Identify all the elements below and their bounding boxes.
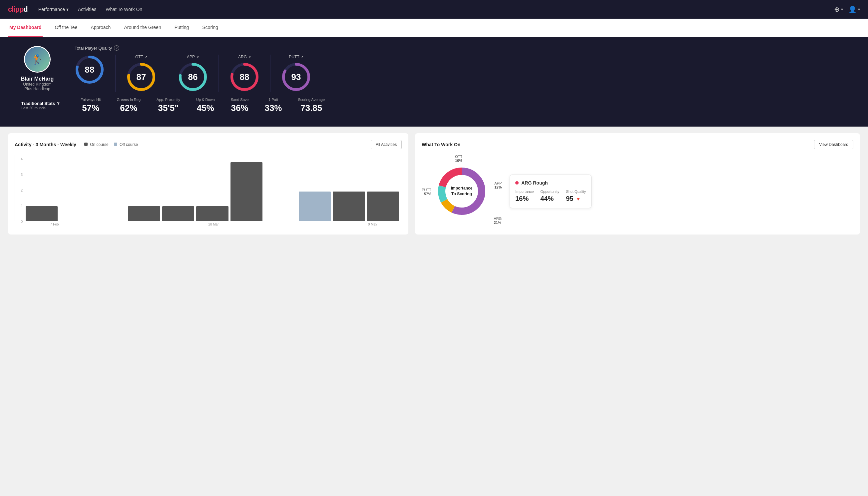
stat-greens-in-reg: Greens In Reg 62% <box>117 98 141 113</box>
avatar-image: 🏌️ <box>25 47 50 72</box>
scores-section: Total Player Quality ? 88 <box>75 45 857 92</box>
help-icon[interactable]: ? <box>114 45 119 51</box>
cards-section: Activity - 3 Months - Weekly On course O… <box>0 127 868 241</box>
score-ott: OTT ↗ 87 <box>115 55 167 92</box>
wtw-info-card: ARG Rough Importance 16% Opportunity 44%… <box>510 174 591 208</box>
bar-off-course <box>299 191 331 221</box>
stat-sand-save: Sand Save 36% <box>231 98 249 113</box>
nav-right: ⊕ ▾ 👤 ▾ <box>834 5 860 13</box>
bar-on-course <box>128 206 160 221</box>
trad-label-area: Traditional Stats ? Last 20 rounds <box>21 101 65 110</box>
bar-group-2 <box>60 220 92 221</box>
x-axis-labels: 7 Feb 28 Mar 9 May <box>15 221 402 226</box>
wtw-card-title: What To Work On <box>422 142 460 147</box>
user-menu-button[interactable]: 👤 ▾ <box>848 5 860 13</box>
stat-app-proximity: App. Proximity 35'5" <box>157 98 180 113</box>
score-ott-label: OTT ↗ <box>135 55 147 59</box>
legend-on-course: On course <box>84 142 109 147</box>
bar-on-course <box>367 191 399 221</box>
plus-icon: ⊕ <box>834 5 840 13</box>
wtw-card-header: What To Work On View Dashboard <box>422 140 853 149</box>
nav-performance[interactable]: Performance ▾ <box>38 7 68 12</box>
player-name: Blair McHarg <box>21 76 54 82</box>
donut-chart-area: OTT10% APP12% ARG21% PUTT57% <box>422 155 502 228</box>
wtw-info-card-title: ARG Rough <box>515 180 586 186</box>
tab-my-dashboard[interactable]: My Dashboard <box>8 19 43 37</box>
bar-group-11 <box>367 191 399 221</box>
top-nav: clippd Performance ▾ Activities What To … <box>0 0 868 19</box>
stat-fairways-hit: Fairways Hit 57% <box>81 98 101 113</box>
nav-left: clippd Performance ▾ Activities What To … <box>8 5 142 14</box>
score-total-value: 88 <box>85 65 95 75</box>
all-activities-button[interactable]: All Activities <box>371 140 402 149</box>
hero-section: 🏌️ Blair McHarg United Kingdom Plus Hand… <box>0 37 868 127</box>
wtw-metrics: Importance 16% Opportunity 44% Shot Qual… <box>515 189 586 203</box>
donut-with-labels: OTT10% APP12% ARG21% PUTT57% <box>422 155 502 228</box>
tab-scoring[interactable]: Scoring <box>201 19 219 37</box>
stat-up-down: Up & Down 45% <box>196 98 215 113</box>
score-arg: ARG ↗ 88 <box>219 55 270 92</box>
bar-on-course <box>26 206 58 221</box>
wtw-metric-shot-quality: Shot Quality 95 🔻 <box>566 189 586 203</box>
chevron-down-icon: ▾ <box>66 7 68 12</box>
add-button[interactable]: ⊕ ▾ <box>834 5 843 13</box>
bar-group-9 <box>299 191 331 221</box>
score-app-value: 86 <box>188 72 198 82</box>
bar-group-7 <box>231 162 263 221</box>
bar-group-5 <box>162 206 194 221</box>
player-handicap: Plus Handicap <box>24 87 50 91</box>
donut-svg: Importance To Scoring <box>435 165 488 218</box>
score-arg-label: ARG ↗ <box>238 55 251 59</box>
on-course-dot <box>84 143 88 146</box>
player-country: United Kingdom <box>23 82 51 87</box>
chart-legend: On course Off course <box>84 142 138 147</box>
arrow-down-icon: 🔻 <box>575 197 581 202</box>
tab-bar: My Dashboard Off the Tee Approach Around… <box>0 19 868 37</box>
ring-total: 88 <box>75 55 105 84</box>
bar-on-course <box>231 162 263 221</box>
nav-what-to-work-on[interactable]: What To Work On <box>106 7 142 12</box>
bar-on-course <box>196 206 228 221</box>
wtw-metric-importance: Importance 16% <box>515 189 534 203</box>
tab-around-the-green[interactable]: Around the Green <box>123 19 162 37</box>
trad-stats-sub: Last 20 rounds <box>21 106 65 110</box>
view-dashboard-button[interactable]: View Dashboard <box>814 140 853 149</box>
bar-group-6 <box>196 206 228 221</box>
donut-label-arg: ARG21% <box>494 217 502 224</box>
chevron-down-icon: ▾ <box>858 7 860 12</box>
ring-ott: 87 <box>126 62 156 92</box>
bar-chart-container: 0 1 2 3 4 <box>15 155 402 226</box>
trad-stats-label: Traditional Stats ? <box>21 101 65 106</box>
svg-text:Importance: Importance <box>451 186 473 190</box>
wtw-dot <box>515 181 519 185</box>
score-putt-label: PUTT ↗ <box>289 55 303 59</box>
activity-card-title: Activity - 3 Months - Weekly <box>15 142 76 147</box>
tab-putting[interactable]: Putting <box>173 19 190 37</box>
stat-one-putt: 1 Putt 33% <box>265 98 282 113</box>
score-arg-value: 88 <box>240 72 250 82</box>
bar-group-4 <box>128 206 160 221</box>
ring-putt: 93 <box>281 62 311 92</box>
app-logo[interactable]: clippd <box>8 5 28 14</box>
activity-card: Activity - 3 Months - Weekly On course O… <box>8 133 408 234</box>
hero-inner: 🏌️ Blair McHarg United Kingdom Plus Hand… <box>11 45 857 92</box>
donut-label-app: APP12% <box>494 181 502 189</box>
score-circles: 88 OTT ↗ 87 APP ↗ <box>75 55 857 92</box>
score-putt: PUTT ↗ 93 <box>270 55 322 92</box>
bar-group-8 <box>265 220 297 221</box>
trad-help-icon[interactable]: ? <box>57 101 60 106</box>
avatar: 🏌️ <box>24 46 51 73</box>
donut-label-ott: OTT10% <box>455 155 462 162</box>
bar-group-10 <box>333 191 365 221</box>
score-ott-value: 87 <box>137 72 146 82</box>
what-to-work-on-card: What To Work On View Dashboard OTT10% AP… <box>415 133 860 234</box>
bar-on-course <box>162 206 194 221</box>
legend-off-course: Off course <box>114 142 138 147</box>
nav-links: Performance ▾ Activities What To Work On <box>38 7 142 12</box>
tab-off-the-tee[interactable]: Off the Tee <box>53 19 79 37</box>
bar-group-3 <box>94 220 126 221</box>
bar-on-course <box>333 191 365 221</box>
nav-activities[interactable]: Activities <box>78 7 96 12</box>
user-icon: 👤 <box>848 5 857 13</box>
tab-approach[interactable]: Approach <box>89 19 112 37</box>
